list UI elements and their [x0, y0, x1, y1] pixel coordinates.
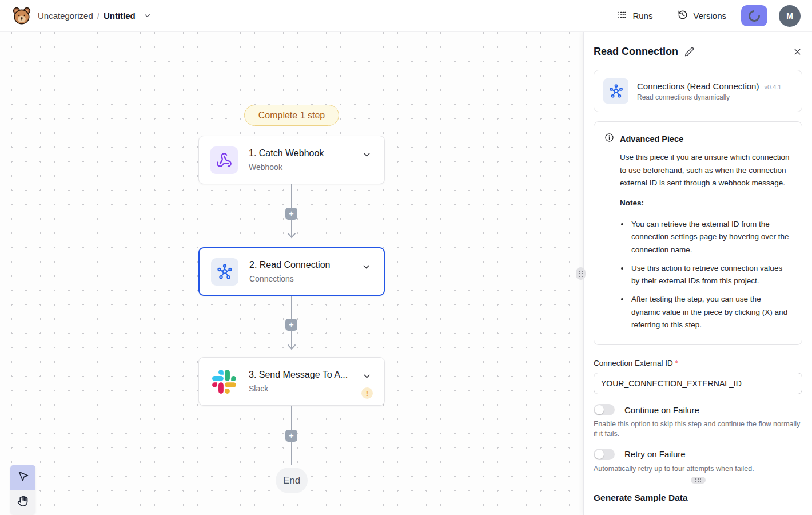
panel-resize-grip[interactable]: [576, 267, 586, 280]
connection-external-id-input[interactable]: [594, 373, 802, 394]
step-subtitle: Webhook: [249, 163, 324, 172]
notes-label: Notes:: [620, 197, 791, 210]
publish-loading-button[interactable]: [741, 5, 767, 26]
rename-pencil-icon[interactable]: [684, 47, 694, 57]
breadcrumb-separator: /: [97, 11, 99, 21]
continue-on-failure-help: Enable this option to skip this step and…: [594, 419, 802, 439]
incomplete-steps-badge[interactable]: Complete 1 step: [244, 105, 339, 126]
info-paragraph: Use this piece if you are unsure which c…: [620, 151, 791, 190]
breadcrumb-folder[interactable]: Uncategorized: [38, 11, 93, 21]
note-item: Use this action to retrieve connection v…: [630, 262, 791, 288]
runs-list-icon: [617, 10, 627, 22]
step-title: 1. Catch Webhook: [249, 148, 324, 159]
retry-on-failure-toggle[interactable]: [594, 449, 615, 460]
step-menu-chevron-down-icon[interactable]: [362, 371, 372, 381]
info-icon: [604, 133, 614, 145]
continue-on-failure-label: Continue on Failure: [624, 405, 699, 415]
versions-button[interactable]: Versions: [678, 10, 726, 22]
piece-description: Read connections dynamically: [637, 93, 781, 101]
loading-spinner-icon: [746, 7, 762, 23]
retry-on-failure-row: Retry on Failure: [594, 449, 802, 460]
required-asterisk: *: [675, 359, 678, 367]
pan-tool-button[interactable]: [10, 490, 35, 514]
info-title: Advanced Piece: [620, 134, 683, 144]
hand-icon: [17, 495, 29, 509]
step-subtitle: Connections: [249, 274, 330, 283]
retry-on-failure-label: Retry on Failure: [624, 449, 686, 459]
note-item: After testing the step, you can use the …: [630, 293, 791, 332]
step-title: 2. Read Connection: [249, 260, 330, 270]
step-settings-panel: Read Connection Connections (Read Connec…: [583, 32, 812, 515]
add-step-button[interactable]: +: [285, 208, 297, 220]
step-title: 3. Send Message To A...: [249, 370, 348, 380]
arrow-down-icon: [287, 344, 296, 351]
step-warning-icon: !: [361, 387, 373, 399]
top-bar: Uncategorized / Untitled Runs Versions M: [0, 0, 812, 32]
end-node: End: [276, 468, 308, 493]
connections-icon: [211, 258, 238, 286]
connection-external-id-label: Connection External ID *: [594, 359, 802, 367]
avatar-initial: M: [786, 11, 793, 21]
connections-icon: [603, 78, 628, 104]
panel-header: Read Connection: [594, 46, 802, 58]
continue-on-failure-toggle[interactable]: [594, 404, 615, 415]
notes-list: You can retrieve the external ID from th…: [630, 218, 791, 332]
app-logo-bear-icon[interactable]: [11, 6, 32, 26]
retry-on-failure-help: Automatically retry up to four attempts …: [594, 464, 802, 474]
step-menu-chevron-down-icon[interactable]: [361, 262, 371, 272]
close-panel-icon[interactable]: [793, 47, 802, 57]
user-avatar[interactable]: M: [779, 5, 801, 27]
advanced-piece-info-box: Advanced Piece Use this piece if you are…: [594, 121, 802, 345]
versions-label: Versions: [693, 11, 726, 21]
arrow-down-icon: [287, 232, 296, 239]
cursor-icon: [17, 470, 29, 485]
step-card-read-connection[interactable]: 2. Read Connection Connections: [198, 247, 385, 296]
continue-on-failure-row: Continue on Failure: [594, 404, 802, 415]
flow-menu-chevron-down-icon[interactable]: [143, 11, 152, 20]
webhook-icon: [210, 146, 238, 174]
horizontal-resize-grip[interactable]: [691, 477, 706, 484]
piece-texts: Connections (Read Connection) v0.4.1 Rea…: [637, 81, 781, 101]
piece-version: v0.4.1: [764, 84, 781, 90]
slack-icon: [210, 368, 238, 395]
piece-info-card: Connections (Read Connection) v0.4.1 Rea…: [594, 70, 802, 112]
canvas-mode-toolbar: [10, 465, 35, 514]
flow-canvas[interactable]: Complete 1 step 1. Catch Webhook Webhook…: [0, 32, 583, 515]
panel-section-divider: [584, 480, 812, 480]
versions-history-icon: [678, 10, 688, 22]
generate-sample-data-title: Generate Sample Data: [594, 493, 802, 503]
add-step-button[interactable]: +: [285, 319, 297, 331]
runs-button[interactable]: Runs: [617, 10, 652, 22]
step-menu-chevron-down-icon[interactable]: [362, 150, 372, 160]
piece-name: Connections (Read Connection): [637, 81, 759, 91]
step-card-catch-webhook[interactable]: 1. Catch Webhook Webhook: [198, 136, 385, 184]
step-texts: 2. Read Connection Connections: [249, 260, 330, 283]
step-subtitle: Slack: [249, 384, 348, 393]
select-tool-button[interactable]: [10, 465, 35, 490]
add-step-button[interactable]: +: [285, 430, 297, 442]
step-texts: 3. Send Message To A... Slack: [249, 370, 348, 393]
panel-title: Read Connection: [594, 46, 678, 58]
info-body: Use this piece if you are unsure which c…: [620, 151, 791, 332]
runs-label: Runs: [632, 11, 652, 21]
flow-title[interactable]: Untitled: [104, 11, 136, 21]
step-texts: 1. Catch Webhook Webhook: [249, 148, 324, 172]
breadcrumb: Uncategorized / Untitled: [38, 11, 152, 21]
note-item: You can retrieve the external ID from th…: [630, 218, 791, 257]
step-card-send-message[interactable]: 3. Send Message To A... Slack !: [198, 357, 385, 406]
